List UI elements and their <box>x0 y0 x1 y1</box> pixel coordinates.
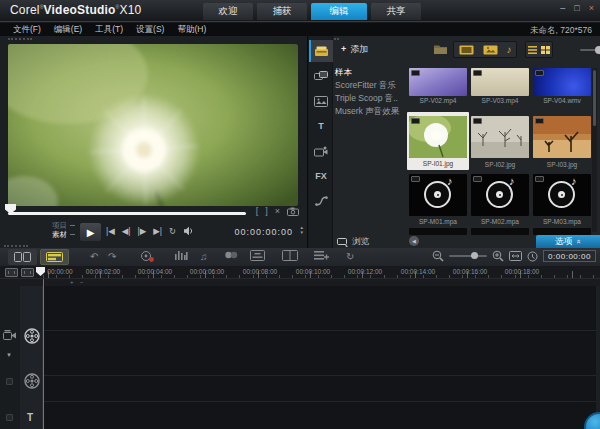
selected-image-tile[interactable]: SP-I01.jpg <box>407 112 469 170</box>
title-track-icon[interactable]: T <box>27 412 33 423</box>
overlay-track-row[interactable] <box>43 331 600 376</box>
mark-out-button[interactable]: ] <box>265 206 268 216</box>
video-thumbnail[interactable] <box>471 68 529 96</box>
minimize-button[interactable]: – <box>560 3 565 13</box>
folder-icon[interactable] <box>433 43 448 55</box>
volume-icon[interactable] <box>183 226 194 236</box>
menu-settings[interactable]: 设置(S) <box>136 24 164 36</box>
timeline-zoom-slider[interactable] <box>449 255 487 257</box>
slider-thumb[interactable] <box>595 46 600 54</box>
record-capture-button[interactable] <box>140 250 154 263</box>
auto-music-button[interactable]: ♫ <box>200 250 208 264</box>
scrollbar-thumb[interactable] <box>593 70 596 126</box>
category-scorefitter[interactable]: ScoreFitter 音乐 <box>335 79 409 92</box>
menu-tools[interactable]: 工具(T) <box>95 24 123 36</box>
go-end-button[interactable]: ▶| <box>153 226 162 236</box>
slider-thumb[interactable] <box>471 252 478 259</box>
repeat-button[interactable]: ↻ <box>169 226 176 236</box>
multi-panel-button[interactable] <box>282 250 298 261</box>
play-button[interactable]: ▶ <box>80 223 101 241</box>
mark-in-button[interactable]: [ <box>256 206 259 216</box>
project-mode-toggle[interactable]: 项目 <box>52 221 75 230</box>
loop-playback-button[interactable]: ↻ <box>346 250 354 264</box>
snapshot-camera-icon[interactable] <box>287 207 299 216</box>
track-dropdown-icon[interactable]: ▼ <box>6 352 12 358</box>
audio-thumbnail[interactable]: ♪ <box>409 174 467 216</box>
audio-thumbnail[interactable] <box>533 228 591 235</box>
menu-help[interactable]: 帮助(H) <box>177 24 206 36</box>
video-thumbnail[interactable] <box>533 68 591 96</box>
playhead-flag[interactable] <box>36 267 45 276</box>
track-toggle-icon[interactable] <box>6 378 13 385</box>
show-videos-icon[interactable] <box>459 45 474 55</box>
fit-timeline-button[interactable] <box>509 251 522 261</box>
menu-file[interactable]: 文件(F) <box>13 24 41 36</box>
title-track-row[interactable] <box>43 376 600 402</box>
transitions-icon[interactable] <box>309 65 333 87</box>
image-thumbnail[interactable] <box>533 116 591 158</box>
thumbnail-size-slider[interactable] <box>580 49 600 51</box>
motion-path-icon[interactable] <box>309 190 333 212</box>
overlay-photo-icon[interactable] <box>309 90 333 112</box>
undo-button[interactable]: ↶ <box>90 250 98 264</box>
category-triplescoop[interactable]: Triple Scoop 音.. <box>335 92 409 105</box>
preview-timecode[interactable]: 00:00:00:00 <box>234 227 293 237</box>
category-muserk[interactable]: Muserk 声音效果 <box>335 105 409 118</box>
subtitle-editor-button[interactable] <box>250 250 265 261</box>
ruler-time-button[interactable] <box>527 251 538 262</box>
scroll-left-button[interactable]: ◀ <box>409 236 419 246</box>
show-photos-icon[interactable] <box>483 45 498 55</box>
previous-frame-button[interactable]: ◀| <box>122 226 131 236</box>
clip-mode-toggle[interactable]: 素材 <box>52 230 75 239</box>
ruler-track-toggle-icon[interactable] <box>5 268 18 277</box>
media-library-icon[interactable] <box>309 40 333 62</box>
track-camera-icon[interactable] <box>3 330 17 341</box>
browse-button[interactable]: 浏览 <box>337 236 369 248</box>
redo-button[interactable]: ↷ <box>108 250 116 264</box>
remove-track-button[interactable]: − <box>80 279 84 285</box>
audio-thumbnail[interactable]: ♪ <box>471 174 529 216</box>
panel-grip[interactable] <box>8 38 32 41</box>
overlay-track-icon[interactable] <box>24 373 40 389</box>
title-icon[interactable]: T <box>309 115 333 137</box>
timeline-scrollbar[interactable] <box>596 286 600 429</box>
timecode-spinner[interactable]: ▲ ▼ <box>300 225 304 235</box>
grid-view-icon[interactable] <box>541 46 550 54</box>
track-manager-button[interactable] <box>314 250 329 261</box>
timeline-ruler[interactable]: 00:00:00 00:00:02:00 00:00:04:00 00:00:0… <box>0 266 600 279</box>
video-thumbnail[interactable] <box>409 68 467 96</box>
go-start-button[interactable]: |◀ <box>106 226 115 236</box>
video-track-icon[interactable] <box>24 328 40 344</box>
tab-welcome[interactable]: 欢迎 <box>203 3 253 20</box>
sound-mixer-button[interactable] <box>174 250 188 262</box>
video-track-row[interactable] <box>43 286 600 331</box>
tab-share[interactable]: 共享 <box>371 3 421 20</box>
add-track-button[interactable]: + <box>70 279 74 285</box>
options-panel-button[interactable]: 选项» <box>536 235 600 248</box>
audio-thumbnail[interactable] <box>471 228 529 235</box>
audio-thumbnail[interactable] <box>409 228 467 235</box>
zoom-out-button[interactable] <box>432 250 444 262</box>
library-scrollbar[interactable] <box>592 68 597 232</box>
motion-tracking-button[interactable] <box>224 250 238 260</box>
storyboard-view-button[interactable] <box>8 249 37 265</box>
list-view-icon[interactable] <box>528 46 537 54</box>
spin-down-icon[interactable]: ▼ <box>300 230 304 235</box>
voice-track-row[interactable] <box>43 402 600 429</box>
track-toggle-icon[interactable] <box>6 414 13 421</box>
audio-thumbnail[interactable]: ♪ <box>533 174 591 216</box>
split-clip-button[interactable]: × <box>275 206 280 216</box>
add-folder-button[interactable]: +添加 <box>341 43 368 56</box>
image-thumbnail[interactable] <box>409 116 467 158</box>
category-samples[interactable]: 样本 <box>335 66 409 79</box>
zoom-in-button[interactable] <box>492 250 504 262</box>
scrubber-track[interactable] <box>8 212 246 215</box>
close-button[interactable]: × <box>589 3 594 13</box>
filter-fx-icon[interactable]: FX <box>309 165 333 187</box>
menu-edit[interactable]: 编辑(E) <box>54 24 82 36</box>
restore-button[interactable]: □ <box>574 3 579 13</box>
next-frame-button[interactable]: |▶ <box>138 226 147 236</box>
show-audio-icon[interactable]: ♪ <box>507 44 512 55</box>
ruler-track-toggle-icon[interactable] <box>21 268 34 277</box>
timeline-view-button[interactable] <box>40 249 69 265</box>
